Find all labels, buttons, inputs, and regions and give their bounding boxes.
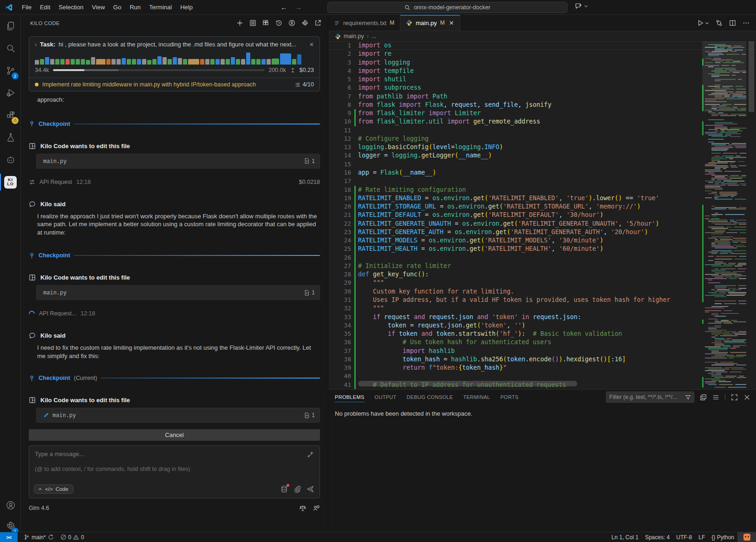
menu-run[interactable]: Run: [125, 0, 145, 14]
menu-edit[interactable]: Edit: [36, 0, 54, 14]
code-line-33[interactable]: 33 if request and request.json and 'toke…: [328, 313, 756, 321]
code-line-17[interactable]: 17: [328, 177, 756, 185]
menu-go[interactable]: Go: [109, 0, 125, 14]
menu-selection[interactable]: Selection: [54, 0, 87, 14]
message-input[interactable]: [35, 451, 292, 460]
api-request-pending-row[interactable]: API Request...12:18: [29, 310, 320, 317]
account-icon[interactable]: [288, 20, 295, 26]
run-dropdown-chevron-icon[interactable]: [705, 21, 709, 25]
new-task-icon[interactable]: [236, 20, 243, 26]
api-request-row[interactable]: API Request12:18 $0.0218: [29, 179, 320, 185]
panel-tab-debug-console[interactable]: DEBUG CONSOLE: [407, 390, 453, 404]
accounts-icon[interactable]: [0, 494, 21, 516]
split-editor-icon[interactable]: [729, 20, 736, 26]
status-item-ln-1-col-1[interactable]: Ln 1, Col 1: [608, 532, 642, 542]
status-item-utf-8[interactable]: UTF-8: [673, 532, 695, 542]
code-line-34[interactable]: 34 token = request.json.get('token', ''): [328, 321, 756, 330]
cancel-button[interactable]: Cancel: [29, 429, 320, 441]
send-icon[interactable]: [306, 485, 314, 493]
status-item--python[interactable]: {} Python: [708, 532, 737, 542]
prompts-icon[interactable]: [249, 20, 256, 26]
code-line-31[interactable]: 31 Uses IP address, but if a valid HF to…: [328, 296, 756, 304]
close-panel-icon[interactable]: [743, 394, 750, 401]
history-icon[interactable]: [275, 20, 282, 26]
command-center-search[interactable]: onnx-model-generator-docker: [327, 2, 567, 13]
code-line-40[interactable]: 40: [328, 372, 756, 380]
problems-filter-box[interactable]: [606, 392, 694, 403]
more-actions-icon[interactable]: [743, 20, 749, 26]
tab-requirements-txt[interactable]: requirements.txtM: [328, 15, 400, 31]
chevron-down-icon[interactable]: [584, 4, 588, 8]
checkpoint-row[interactable]: Checkpoint: [29, 252, 320, 259]
code-line-35[interactable]: 35 if token and token.startswith('hf_'):…: [328, 330, 756, 338]
attach-paperclip-icon[interactable]: [293, 485, 301, 493]
edited-file-row[interactable]: main.py 1: [36, 154, 320, 169]
code-line-7[interactable]: 7from pathlib import Path: [328, 92, 756, 101]
code-line-28[interactable]: 28def get_key_func():: [328, 270, 756, 279]
run-python-icon[interactable]: [697, 20, 704, 26]
remote-indicator[interactable]: ><: [0, 532, 18, 542]
status-item-lf[interactable]: LF: [695, 532, 708, 542]
minimap-slider[interactable]: [702, 41, 746, 112]
code-line-6[interactable]: 6import subprocess: [328, 84, 756, 92]
todo-row[interactable]: Implement rate limiting middleware in ma…: [29, 78, 319, 91]
code-line-32[interactable]: 32 """: [328, 304, 756, 313]
status-extension-item[interactable]: [737, 532, 756, 542]
tab-main-py[interactable]: main.pyM ✕: [400, 15, 460, 31]
status-item-spaces-4[interactable]: Spaces: 4: [642, 532, 673, 542]
code-line-29[interactable]: 29 """: [328, 279, 756, 287]
maximize-panel-icon[interactable]: [731, 394, 738, 401]
git-branch-item[interactable]: main*: [20, 532, 57, 542]
breadcrumb-symbol[interactable]: ...: [371, 33, 376, 39]
code-line-3[interactable]: 3import logging: [328, 59, 756, 67]
code-line-19[interactable]: 19RATELIMIT_ENABLED = os.environ.get('RA…: [328, 194, 756, 202]
run-debug-icon[interactable]: [0, 82, 21, 104]
code-line-21[interactable]: 21RATELIMIT_DEFAULT = os.environ.get('RA…: [328, 211, 756, 219]
testing-icon[interactable]: [0, 126, 21, 149]
scales-icon[interactable]: [299, 504, 306, 512]
search-sidebar-icon[interactable]: [0, 37, 21, 59]
copilot-chat-icon[interactable]: [575, 2, 582, 10]
code-line-14[interactable]: 14logger = logging.getLogger(__name__): [328, 151, 756, 160]
ai-assistant-icon[interactable]: [0, 149, 21, 171]
horizontal-scrollbar[interactable]: [358, 381, 577, 386]
explorer-icon[interactable]: [0, 15, 21, 37]
panel-tab-problems[interactable]: PROBLEMS: [335, 390, 365, 404]
checkpoint-row[interactable]: Checkpoint: [29, 121, 320, 127]
breadcrumb-file[interactable]: main.py: [344, 33, 364, 39]
code-line-9[interactable]: 9from flask_limiter import Limiter: [328, 109, 756, 118]
code-line-39[interactable]: 39 return f"token:{token_hash}": [328, 364, 756, 372]
panel-tab-ports[interactable]: PORTS: [500, 390, 518, 404]
panel-settings-icon[interactable]: [301, 20, 308, 26]
code-line-36[interactable]: 36 # Use token hash for authenticated us…: [328, 338, 756, 346]
menu-view[interactable]: View: [88, 0, 109, 14]
menu-terminal[interactable]: Terminal: [145, 0, 176, 14]
marketplace-icon[interactable]: [262, 20, 269, 26]
code-line-23[interactable]: 23RATELIMIT_GENERATE_AUTH = os.environ.g…: [328, 228, 756, 236]
breadcrumb[interactable]: main.py › ...: [328, 31, 756, 41]
open-changes-icon[interactable]: [716, 20, 723, 26]
code-line-10[interactable]: 10from flask_limiter.util import get_rem…: [328, 118, 756, 126]
forward-arrow-icon[interactable]: →: [295, 3, 302, 11]
code-line-8[interactable]: 8from flask import Flask, request, send_…: [328, 101, 756, 109]
code-line-22[interactable]: 22RATELIMIT_GENERATE_UNAUTH = os.environ…: [328, 220, 756, 228]
edited-file-row-active[interactable]: main.py 1: [36, 408, 320, 423]
task-close-icon[interactable]: ✕: [309, 41, 314, 48]
source-control-icon[interactable]: 2: [0, 59, 21, 82]
filter-funnel-icon[interactable]: [685, 394, 691, 400]
open-in-editor-icon[interactable]: [314, 20, 321, 26]
collapse-all-icon[interactable]: [700, 394, 707, 401]
code-line-2[interactable]: 2import re: [328, 50, 756, 58]
code-line-12[interactable]: 12# Configure logging: [328, 135, 756, 143]
condense-context-icon[interactable]: [290, 67, 296, 73]
mode-selector[interactable]: </> Code: [34, 484, 73, 494]
feedback-icon[interactable]: [313, 504, 320, 512]
code-line-5[interactable]: 5import shutil: [328, 75, 756, 84]
code-line-37[interactable]: 37 import hashlib: [328, 347, 756, 355]
chat-input-box[interactable]: (@ to add context, / for commands, hold …: [29, 445, 320, 498]
model-name[interactable]: Glm 4.6: [29, 505, 49, 511]
menu-help[interactable]: Help: [176, 0, 197, 14]
code-line-27[interactable]: 27# Initialize rate limiter: [328, 262, 756, 270]
code-line-25[interactable]: 25RATELIMIT_HEALTH = os.environ.get('RAT…: [328, 245, 756, 253]
code-line-13[interactable]: 13logging.basicConfig(level=logging.INFO…: [328, 143, 756, 151]
